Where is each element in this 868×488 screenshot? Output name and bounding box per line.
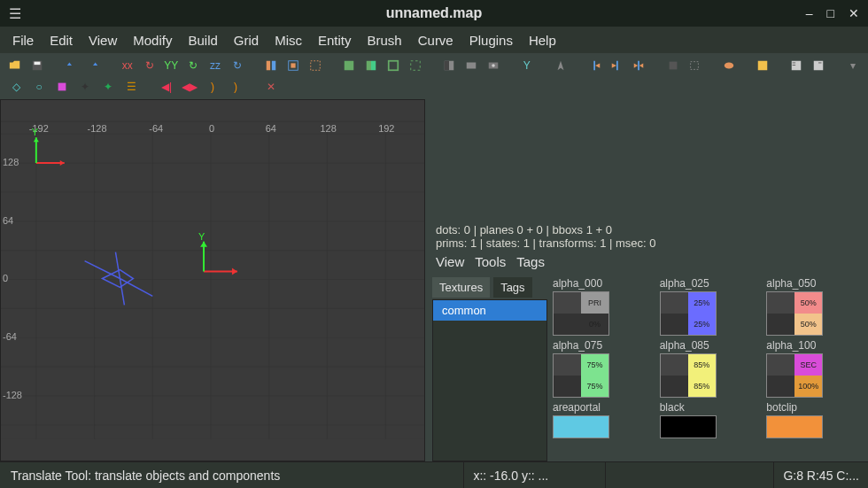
svg-rect-13 [445,61,449,71]
svg-rect-25 [793,63,796,64]
texture-swatch[interactable] [553,415,609,438]
rotz-icon[interactable]: ↻ [229,57,245,74]
menu-file[interactable]: File [12,33,34,48]
menu-misc[interactable]: Misc [275,33,302,48]
close-button[interactable]: ✕ [849,6,859,20]
menu-plugins[interactable]: Plugins [469,33,513,48]
texture-tree[interactable]: common [432,299,547,461]
menu-modify[interactable]: Modify [133,33,172,48]
camera-icon[interactable] [484,57,501,74]
texture-alpha_025[interactable]: alpha_02525%25% [660,277,755,336]
menu-view[interactable]: View [89,33,117,48]
brush3-icon[interactable]: ☰ [122,78,140,96]
texture-black[interactable]: black [660,401,755,438]
texture-alpha_050[interactable]: alpha_05050%50% [766,277,861,336]
statusbar: Translate Tool: translate objects and co… [0,461,868,488]
filter-icon[interactable]: Y [518,57,535,74]
misc-icon[interactable]: ✕ [262,78,280,96]
svg-rect-29 [58,83,66,91]
tree-item-common[interactable]: common [433,300,546,321]
clipper2-icon[interactable] [608,57,625,74]
tab-tags[interactable]: Tags [493,277,531,298]
flipz-icon[interactable]: zz [207,57,224,74]
texture-alpha_000[interactable]: alpha_000PRI0% [553,277,647,336]
texture-swatch[interactable]: 85%85% [660,353,717,398]
texture-label: alpha_075 [553,339,647,352]
brush2-icon[interactable]: ✦ [99,78,117,96]
save-icon[interactable] [29,57,46,74]
svg-rect-9 [371,61,376,71]
csg-sub-icon[interactable] [341,57,358,74]
entity-list-icon[interactable] [788,57,805,74]
redo-icon[interactable] [85,57,102,74]
maximize-button[interactable]: □ [827,6,834,20]
texture-swatch[interactable]: 50%50% [766,291,823,336]
rotx-icon[interactable]: ↻ [141,57,158,74]
texmenu-tools[interactable]: Tools [475,254,506,269]
minimize-button[interactable]: – [806,6,813,20]
svg-text:-64: -64 [149,123,163,134]
patch-cap-icon[interactable]: ○ [30,78,48,96]
hollow2-icon[interactable] [407,57,423,74]
texture-alpha_085[interactable]: alpha_08585%85% [660,339,755,398]
menu-edit[interactable]: Edit [50,33,73,48]
menu-brush[interactable]: Brush [368,33,402,48]
dropdown-icon[interactable]: ▾ [844,57,861,74]
texture-alpha_075[interactable]: alpha_07575%75% [553,339,647,398]
model-icon[interactable] [720,57,737,74]
menu-help[interactable]: Help [529,33,556,48]
tex-lock-icon[interactable] [664,57,681,74]
patch-icon[interactable]: ◇ [7,78,25,96]
clipper3-icon[interactable] [631,57,647,74]
flip-right2-icon[interactable]: ) [227,78,244,96]
menu-build[interactable]: Build [188,33,217,48]
nav-icon[interactable] [553,57,570,74]
texture-swatch[interactable]: 75%75% [553,353,609,398]
open-icon[interactable] [7,57,24,74]
texture-alpha_100[interactable]: alpha_100SEC100% [766,339,861,398]
hamburger-icon[interactable]: ☰ [9,5,21,22]
flipy-icon[interactable]: YY [163,57,180,74]
texture-botclip[interactable]: botclip [766,401,861,438]
viewport-3d[interactable]: dots: 0 | planes 0 + 0 | bboxs 1 + 0 pri… [425,99,868,250]
menu-curve[interactable]: Curve [418,33,453,48]
svg-text:-128: -128 [88,123,107,134]
texture-label: alpha_050 [766,277,861,290]
texture-swatch[interactable] [660,415,717,438]
svg-rect-1 [35,62,41,66]
refresh-icon[interactable] [755,57,771,74]
console-icon[interactable] [810,57,827,74]
texture-swatch[interactable]: PRI0% [553,291,609,336]
texture-areaportal[interactable]: areaportal [553,401,647,438]
viewport-2d[interactable]: -192-128-64 064128192 128640 -64-128 Y Y [0,99,425,461]
texture-label: alpha_085 [660,339,755,352]
svg-rect-11 [410,61,420,71]
tex-replace-icon[interactable] [686,57,703,74]
hollow-icon[interactable] [384,57,401,74]
texmenu-tags[interactable]: Tags [516,254,545,269]
flip-right-icon[interactable]: ) [204,78,221,96]
flip-left-icon[interactable]: ◀| [158,78,175,96]
tab-textures[interactable]: Textures [432,277,490,298]
csg-merge-icon[interactable] [363,57,380,74]
select-inside-icon[interactable] [285,57,302,74]
clipper-icon[interactable] [586,57,603,74]
texture-swatch[interactable]: 25%25% [660,291,717,336]
menu-entity[interactable]: Entity [318,33,352,48]
flipx-icon[interactable]: xx [119,57,136,74]
flip-center-icon[interactable]: ◀▶ [181,78,198,96]
patch-bevel-icon[interactable] [53,78,71,96]
roty-icon[interactable]: ↻ [185,57,202,74]
texture-swatch[interactable] [766,415,823,438]
select-touching-icon[interactable] [263,57,280,74]
viewport-toggle-icon[interactable] [440,57,457,74]
brush-icon[interactable]: ✦ [76,78,94,96]
texture-label: botclip [766,401,861,414]
svg-rect-8 [367,61,371,71]
texture-swatch[interactable]: SEC100% [766,353,823,398]
cubic-clip-icon[interactable] [462,57,479,74]
selection-icon[interactable] [306,57,323,74]
menu-grid[interactable]: Grid [234,33,259,48]
texmenu-view[interactable]: View [436,254,464,269]
undo-icon[interactable] [63,57,80,74]
